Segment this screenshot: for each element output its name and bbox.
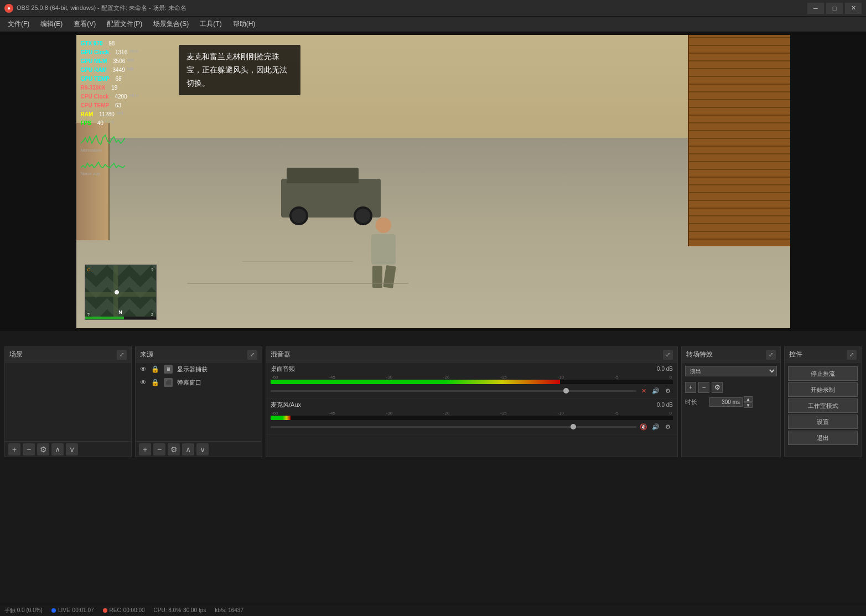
transition-fade-row: 淡出 <box>685 366 777 376</box>
preview-container: GTX 970 98° GPU Clock 1316MHz GPU MEM 35… <box>0 32 866 331</box>
stop-stream-button[interactable]: 停止推流 <box>788 366 858 381</box>
live-time: 00:01:07 <box>72 607 94 613</box>
source-expand-button[interactable]: ⤢ <box>247 350 257 360</box>
transition-remove-button[interactable]: − <box>698 382 709 393</box>
mixer-mute-button-desktop[interactable]: ✕ <box>639 386 649 396</box>
mixer-fader-desktop-thumb[interactable] <box>563 388 569 394</box>
mixer-settings-button-mic[interactable]: ⚙ <box>663 422 673 432</box>
rec-time: 00:00:00 <box>123 607 145 613</box>
start-record-button[interactable]: 开始录制 <box>788 382 858 397</box>
scene-expand-button[interactable]: ⤢ <box>117 350 127 360</box>
mixer-track-desktop: 桌面音频 0.0 dB -60-45-30-20-15-10-50 ✕ 🔊 ⚙ <box>266 363 677 398</box>
menu-file[interactable]: 文件(F) <box>2 17 35 31</box>
mixer-fader-mic-thumb[interactable] <box>571 424 576 429</box>
mixer-panel-title: 混音器 <box>271 350 291 359</box>
source-up-button[interactable]: ∧ <box>182 443 194 455</box>
source-panel-title: 来源 <box>140 350 153 359</box>
transition-duration-input[interactable] <box>709 397 743 407</box>
source-list: 👁 🔒 🖥 显示器捕获 👁 🔒 ⬛ 弹幕窗口 <box>136 363 262 441</box>
status-cpu-label: 手触 0.0 (0.0%) <box>4 607 43 614</box>
mixer-track-mic-db: 0.0 dB <box>657 402 673 408</box>
controls-expand-button[interactable]: ⤢ <box>847 350 857 360</box>
scene-up-button[interactable]: ∧ <box>51 443 64 455</box>
mixer-volume-button-desktop[interactable]: 🔊 <box>651 386 661 396</box>
transition-type-select[interactable]: 淡出 <box>685 366 777 376</box>
titlebar-left: ● OBS 25.0.8 (64-bit, windows) - 配置文件: 未… <box>4 4 186 13</box>
transition-duration-up[interactable]: ▲ <box>744 396 753 402</box>
controls-button-list: 停止推流 开始录制 工作室模式 设置 退出 <box>785 363 861 457</box>
close-button[interactable]: ✕ <box>845 3 862 14</box>
maximize-button[interactable]: □ <box>826 3 843 14</box>
lock-icon-window[interactable]: 🔒 <box>151 379 159 386</box>
transitions-panel: 转场特效 ⤢ 淡出 + − ⚙ 时长 ▲ <box>681 346 781 457</box>
cpu-label: CPU: 8.0% <box>154 607 181 613</box>
status-kbps: kb/s: 16437 <box>215 607 243 613</box>
menu-scene-collection[interactable]: 场景集合(S) <box>148 17 194 31</box>
mixer-expand-button[interactable]: ⤢ <box>663 350 673 360</box>
source-item-monitor[interactable]: 👁 🔒 🖥 显示器捕获 <box>136 363 262 376</box>
scene-down-button[interactable]: ∨ <box>66 443 78 455</box>
mixer-volume-button-mic[interactable]: 🔊 <box>651 422 661 432</box>
mid-spacer <box>0 331 866 342</box>
transition-duration-down[interactable]: ▼ <box>744 402 753 408</box>
road-crack-1 <box>187 283 408 284</box>
eye-icon-monitor[interactable]: 👁 <box>140 365 147 373</box>
studio-mode-button[interactable]: 工作室模式 <box>788 398 858 413</box>
mixer-track-mic-controls: 🔇 🔊 ⚙ <box>271 422 673 432</box>
source-remove-button[interactable]: − <box>153 443 165 455</box>
transition-config-button[interactable]: ⚙ <box>712 382 723 393</box>
rec-indicator <box>103 608 107 613</box>
source-item-window[interactable]: 👁 🔒 ⬛ 弹幕窗口 <box>136 376 262 389</box>
minimap: ? C ? 2 N <box>85 265 157 320</box>
controls-panel-header: 控件 ⤢ <box>785 347 861 363</box>
status-live: LIVE 00:01:07 <box>51 607 94 613</box>
mixer-track-desktop-header: 桌面音频 0.0 dB <box>271 365 673 373</box>
mixer-fader-mic[interactable] <box>271 426 636 428</box>
transition-duration-row: 时长 ▲ ▼ <box>685 396 777 408</box>
mixer-mute-button-mic[interactable]: 🔇 <box>639 422 649 432</box>
mixer-track-desktop-name: 桌面音频 <box>271 365 295 373</box>
rec-label: REC <box>110 607 121 613</box>
gta-scene: GTX 970 98° GPU Clock 1316MHz GPU MEM 35… <box>76 35 790 328</box>
exit-button[interactable]: 退出 <box>788 431 858 445</box>
scene-add-button[interactable]: + <box>8 443 20 455</box>
source-config-button[interactable]: ⚙ <box>168 443 180 455</box>
minimize-button[interactable]: ─ <box>807 3 824 14</box>
transitions-panel-header: 转场特效 ⤢ <box>682 347 780 363</box>
scene-remove-button[interactable]: − <box>23 443 35 455</box>
settings-button[interactable]: 设置 <box>788 415 858 429</box>
mixer-settings-button-desktop[interactable]: ⚙ <box>663 386 673 396</box>
mixer-track-mic-header: 麦克风/Aux 0.0 dB <box>271 401 673 409</box>
menu-profile[interactable]: 配置文件(P) <box>101 17 148 31</box>
menu-view[interactable]: 查看(V) <box>68 17 101 31</box>
titlebar: ● OBS 25.0.8 (64-bit, windows) - 配置文件: 未… <box>0 0 866 17</box>
mixer-track-mic: 麦克风/Aux 0.0 dB -60-45-30-20-15-10-50 🔇 🔊… <box>266 398 677 434</box>
monitor-icon: 🖥 <box>164 365 173 374</box>
menu-edit[interactable]: 编辑(E) <box>35 17 68 31</box>
scene-config-button[interactable]: ⚙ <box>37 443 49 455</box>
mixer-track-desktop-db: 0.0 dB <box>657 366 673 372</box>
source-down-button[interactable]: ∨ <box>196 443 209 455</box>
menu-help[interactable]: 帮助(H) <box>227 17 261 31</box>
source-add-button[interactable]: + <box>139 443 151 455</box>
lock-icon-monitor[interactable]: 🔒 <box>151 365 159 373</box>
mixer-track-desktop-controls: ✕ 🔊 ⚙ <box>271 386 673 396</box>
eye-icon-window[interactable]: 👁 <box>140 379 147 386</box>
menu-tools[interactable]: 工具(T) <box>194 17 227 31</box>
mixer-fader-desktop[interactable] <box>271 390 636 392</box>
kbps-label: kb/s: 16437 <box>215 607 243 613</box>
waveform-1 <box>81 132 139 146</box>
fps-label: 30.00 fps <box>183 607 206 613</box>
scene-list <box>5 363 131 441</box>
game-dialog: 麦克和富兰克林刚刚抢完珠宝，正在躲避风头，因此无法切换。 <box>179 45 300 95</box>
transition-add-button[interactable]: + <box>685 382 696 393</box>
scene-road <box>76 138 790 329</box>
source-bottom-bar: + − ⚙ ∧ ∨ <box>136 441 262 457</box>
live-indicator <box>51 608 56 613</box>
mixer-meter-ticks-mic: -60-45-30-20-15-10-50 <box>271 411 673 416</box>
transitions-expand-button[interactable]: ⤢ <box>766 350 776 360</box>
source-name-monitor: 显示器捕获 <box>177 365 208 374</box>
titlebar-controls: ─ □ ✕ <box>807 3 862 14</box>
mixer-meter-ticks-desktop: -60-45-30-20-15-10-50 <box>271 375 673 380</box>
source-panel-actions: ⤢ <box>247 350 257 360</box>
